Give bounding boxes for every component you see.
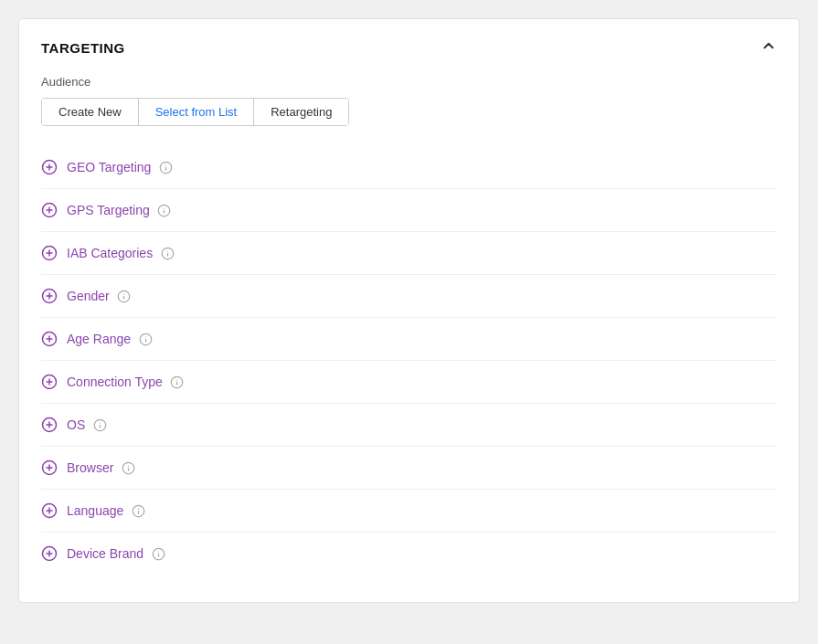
- targeting-item-gender: Gender: [41, 275, 777, 318]
- targeting-item-geo-targeting: GEO Targeting: [41, 146, 777, 189]
- geo-targeting-info-icon[interactable]: [158, 160, 173, 174]
- gps-targeting-info-icon[interactable]: [157, 203, 172, 217]
- os-info-icon[interactable]: [92, 417, 107, 432]
- connection-type-info-icon[interactable]: [170, 375, 185, 389]
- add-os-icon[interactable]: [41, 417, 58, 433]
- tab-select-from-list[interactable]: Select from List: [139, 99, 255, 125]
- add-connection-type-icon[interactable]: [41, 374, 58, 390]
- gender-label: Gender: [67, 289, 110, 303]
- browser-info-icon[interactable]: [121, 460, 135, 475]
- age-range-info-icon[interactable]: [138, 332, 153, 346]
- targeting-item-connection-type: Connection Type: [41, 361, 777, 404]
- tab-retargeting[interactable]: Retargeting: [254, 99, 348, 125]
- iab-categories-info-icon[interactable]: [160, 246, 175, 260]
- add-geo-targeting-icon[interactable]: [41, 159, 58, 175]
- gender-info-icon[interactable]: [117, 289, 132, 303]
- add-browser-icon[interactable]: [41, 459, 58, 476]
- add-gps-targeting-icon[interactable]: [41, 202, 58, 218]
- targeting-list: GEO Targeting GPS Targeting: [41, 146, 777, 575]
- add-device-brand-icon[interactable]: [41, 545, 58, 562]
- targeting-item-age-range: Age Range: [41, 318, 777, 361]
- card-header: TARGETING: [41, 37, 777, 58]
- language-label: Language: [67, 503, 123, 518]
- targeting-item-browser: Browser: [41, 447, 777, 490]
- os-label: OS: [67, 417, 85, 432]
- targeting-item-device-brand: Device Brand: [41, 533, 777, 575]
- gps-targeting-label: GPS Targeting: [67, 203, 150, 217]
- targeting-card: TARGETING Audience Create New Select fro…: [18, 18, 800, 603]
- device-brand-label: Device Brand: [67, 546, 143, 561]
- targeting-item-language: Language: [41, 490, 777, 533]
- targeting-item-gps-targeting: GPS Targeting: [41, 189, 777, 232]
- tab-create-new[interactable]: Create New: [42, 99, 139, 125]
- browser-label: Browser: [67, 460, 113, 475]
- device-brand-info-icon[interactable]: [151, 546, 165, 561]
- add-age-range-icon[interactable]: [41, 331, 58, 347]
- age-range-label: Age Range: [67, 332, 131, 346]
- audience-tab-group: Create New Select from List Retargeting: [41, 98, 349, 126]
- geo-targeting-label: GEO Targeting: [67, 160, 151, 174]
- audience-label: Audience: [41, 75, 777, 89]
- targeting-item-os: OS: [41, 404, 777, 447]
- card-title: TARGETING: [41, 40, 125, 56]
- add-language-icon[interactable]: [41, 502, 58, 519]
- connection-type-label: Connection Type: [67, 375, 163, 389]
- iab-categories-label: IAB Categories: [67, 246, 153, 260]
- add-gender-icon[interactable]: [41, 288, 58, 304]
- language-info-icon[interactable]: [131, 503, 145, 518]
- chevron-up-icon[interactable]: [760, 37, 777, 58]
- add-iab-categories-icon[interactable]: [41, 245, 58, 261]
- targeting-item-iab-categories: IAB Categories: [41, 232, 777, 275]
